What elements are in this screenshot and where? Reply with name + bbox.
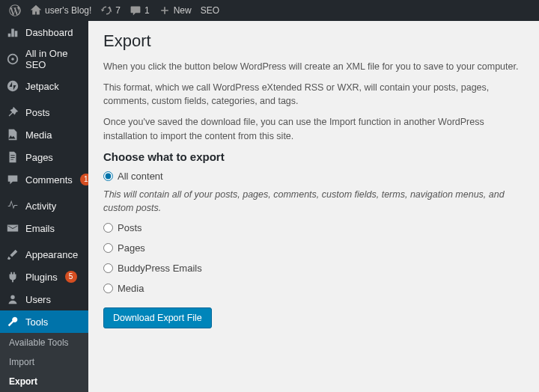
seo-link[interactable]: SEO	[196, 0, 224, 21]
sidebar-item-emails[interactable]: Emails	[0, 217, 88, 239]
plugins-badge: 5	[65, 271, 77, 283]
option-label: Media	[118, 283, 144, 294]
refresh-icon	[100, 4, 112, 16]
sidebar-item-label: Plugins	[25, 272, 58, 283]
sidebar-item-plugins[interactable]: Plugins 5	[0, 266, 88, 288]
comments-badge: 1	[80, 174, 88, 186]
sidebar-item-label: Media	[25, 129, 52, 141]
sidebar-item-label: Posts	[25, 107, 50, 118]
svg-point-2	[7, 81, 18, 91]
target-icon	[6, 52, 19, 66]
sidebar-item-label: Jetpack	[25, 81, 59, 92]
submenu-import[interactable]: Import	[0, 352, 88, 372]
sidebar-item-jetpack[interactable]: Jetpack	[0, 75, 88, 97]
media-icon	[6, 128, 19, 141]
intro-text-3: Once you've saved the download file, you…	[103, 115, 524, 142]
sidebar-item-label: Appearance	[25, 249, 78, 260]
sidebar-item-label: Tools	[25, 316, 48, 328]
wrench-icon	[6, 315, 19, 328]
activity-icon	[6, 199, 19, 212]
sidebar-item-dashboard[interactable]: Dashboard	[0, 21, 88, 43]
sidebar-item-label: Emails	[25, 223, 55, 234]
option-label: All content	[118, 171, 163, 182]
plus-icon	[159, 4, 171, 16]
sidebar-item-users[interactable]: Users	[0, 288, 88, 310]
plug-icon	[6, 270, 19, 284]
sidebar-item-tools[interactable]: Tools	[0, 310, 88, 333]
updates-link[interactable]: 7	[96, 0, 125, 21]
admin-bar: user's Blog! 7 1 New SEO	[0, 0, 539, 21]
sidebar-item-appearance[interactable]: Appearance	[0, 243, 88, 266]
user-icon	[6, 293, 19, 306]
comments-link[interactable]: 1	[125, 0, 154, 21]
svg-point-1	[11, 58, 14, 61]
comment-icon	[6, 173, 19, 186]
sidebar-item-pages[interactable]: Pages	[0, 146, 88, 168]
sidebar-item-media[interactable]: Media	[0, 123, 88, 146]
sidebar-item-label: All in One SEO	[25, 48, 82, 70]
sidebar-item-label: Pages	[25, 152, 53, 163]
brush-icon	[6, 248, 19, 261]
option-media[interactable]: Media	[103, 283, 524, 294]
option-posts[interactable]: Posts	[103, 222, 524, 233]
option-label: BuddyPress Emails	[118, 263, 202, 274]
section-heading: Choose what to export	[103, 150, 524, 163]
admin-sidebar: Dashboard All in One SEO Jetpack Posts M…	[0, 21, 88, 392]
option-pages[interactable]: Pages	[103, 242, 524, 254]
sidebar-item-label: Activity	[25, 200, 56, 212]
sidebar-item-label: Users	[25, 294, 51, 305]
submenu-available-tools[interactable]: Available Tools	[0, 333, 88, 352]
radio-all[interactable]	[103, 171, 113, 181]
sidebar-item-aioseo[interactable]: All in One SEO	[0, 43, 88, 75]
radio-media[interactable]	[103, 284, 113, 293]
seo-label: SEO	[201, 5, 219, 16]
comments-adminbar-count: 1	[144, 5, 150, 16]
radio-bp[interactable]	[103, 263, 113, 273]
all-content-hint: This will contain all of your posts, pag…	[103, 188, 524, 215]
home-icon	[30, 4, 42, 16]
main-content: Export When you click the button below W…	[88, 21, 539, 392]
option-all-content[interactable]: All content	[103, 171, 524, 182]
dashboard-icon	[6, 25, 19, 39]
site-name: user's Blog!	[45, 5, 91, 16]
page-title: Export	[103, 31, 524, 51]
sidebar-item-posts[interactable]: Posts	[0, 101, 88, 123]
new-link[interactable]: New	[154, 0, 196, 21]
updates-count: 7	[115, 5, 121, 16]
option-label: Posts	[118, 222, 142, 233]
sidebar-item-label: Comments	[25, 174, 73, 186]
tools-submenu: Available Tools Import Export BuddyPress…	[0, 333, 88, 392]
radio-posts[interactable]	[103, 223, 113, 233]
radio-pages[interactable]	[103, 243, 113, 253]
option-buddypress-emails[interactable]: BuddyPress Emails	[103, 263, 524, 274]
site-link[interactable]: user's Blog!	[25, 0, 96, 21]
sidebar-item-comments[interactable]: Comments 1	[0, 168, 88, 191]
page-icon	[6, 150, 19, 164]
option-label: Pages	[118, 242, 145, 254]
wordpress-icon	[9, 4, 21, 16]
sidebar-item-activity[interactable]: Activity	[0, 195, 88, 217]
sidebar-item-label: Dashboard	[25, 27, 73, 38]
email-icon	[6, 221, 19, 235]
download-export-button[interactable]: Download Export File	[103, 307, 212, 328]
intro-text-1: When you click the button below WordPres…	[103, 60, 524, 73]
intro-text-2: This format, which we call WordPress eXt…	[103, 81, 524, 108]
submenu-export[interactable]: Export	[0, 372, 88, 391]
comment-icon	[130, 4, 141, 16]
jetpack-icon	[6, 79, 19, 93]
new-label: New	[174, 5, 192, 16]
wp-logo[interactable]	[4, 0, 25, 21]
pin-icon	[6, 105, 19, 119]
